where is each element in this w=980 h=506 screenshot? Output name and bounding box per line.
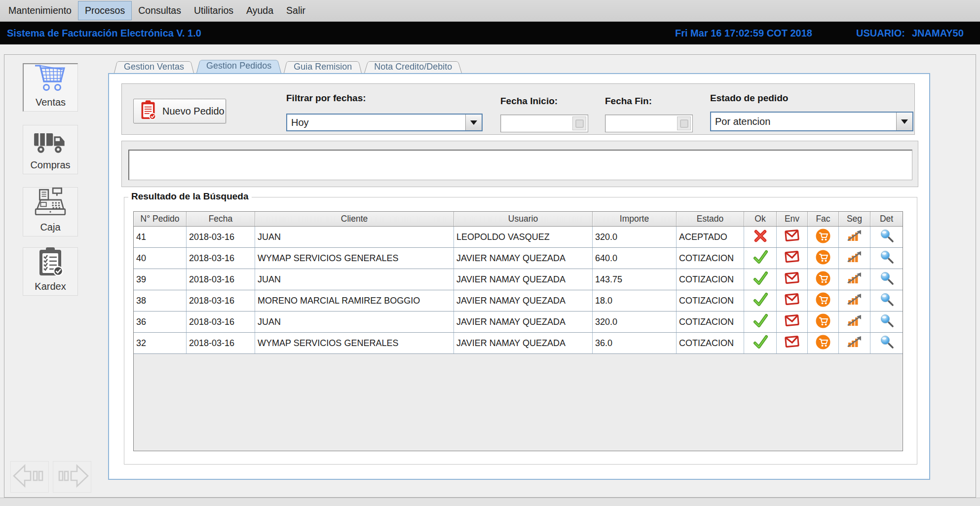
cart-icon[interactable] [815, 292, 831, 310]
sidebar-item-kardex[interactable]: Kardex [23, 247, 78, 296]
fecha-inicio-field[interactable] [500, 115, 588, 132]
mail-icon[interactable] [784, 335, 800, 352]
sidebar-item-caja[interactable]: Caja [23, 187, 78, 236]
cell-seg [839, 227, 870, 247]
chevron-down-icon[interactable] [896, 113, 912, 130]
title-bar: Sistema de Facturación Electrónica V. 1.… [0, 22, 980, 44]
menu-item-salir[interactable]: Salir [280, 1, 312, 20]
table-row[interactable]: 39 2018-03-16 JUAN JAVIER NAMAY QUEZADA … [134, 269, 903, 290]
table-row[interactable]: 40 2018-03-16 WYMAP SERVICIOS GENERALES … [134, 248, 903, 269]
estado-pedido-select[interactable]: Por atencion [710, 112, 913, 131]
menu-item-procesos[interactable]: Procesos [78, 1, 132, 20]
results-groupbox: Resultado de la Búsqueda N° PedidoFechaC… [124, 197, 917, 465]
nav-forward-icon [54, 463, 90, 491]
column-header-10[interactable]: Det [870, 212, 903, 226]
cart-icon[interactable] [815, 313, 831, 331]
magnifier-icon[interactable] [879, 292, 894, 310]
tabbed-pane: Gestion Ventas Gestion Pedidos Guia Remi… [108, 59, 930, 481]
stats-icon[interactable] [847, 272, 863, 288]
nav-forward-button[interactable] [53, 461, 91, 493]
ok-check-icon [753, 271, 768, 288]
cell-pedido: 36 [134, 311, 187, 332]
magnifier-icon[interactable] [879, 335, 894, 352]
mail-icon[interactable] [784, 292, 800, 310]
message-panel [121, 141, 918, 187]
nav-back-button[interactable] [10, 461, 49, 493]
cell-ok [744, 248, 777, 269]
mail-icon[interactable] [784, 229, 800, 246]
column-header-1[interactable]: Fecha [187, 212, 255, 226]
menu-item-mantenimiento[interactable]: Mantenimiento [2, 1, 78, 20]
date-filter-label: Filtrar por fechas: [286, 93, 366, 104]
cart-icon[interactable] [815, 228, 831, 246]
fecha-fin-field[interactable] [605, 115, 693, 132]
mail-icon[interactable] [784, 271, 800, 288]
calendar-picker-icon[interactable] [677, 117, 691, 130]
cell-cliente: WYMAP SERVICIOS GENERALES [255, 333, 454, 353]
stats-icon[interactable] [847, 229, 863, 245]
column-header-9[interactable]: Seg [839, 212, 870, 226]
column-header-6[interactable]: Ok [744, 212, 777, 226]
tab-gestion-ventas[interactable]: Gestion Ventas [114, 60, 194, 73]
menu-item-ayuda[interactable]: Ayuda [240, 1, 280, 20]
cell-fac [808, 333, 839, 353]
tab-nota-credito-debito[interactable]: Nota Credito/Debito [364, 60, 462, 73]
cart-icon[interactable] [815, 249, 831, 268]
column-header-0[interactable]: N° Pedido [134, 212, 187, 226]
cell-env [777, 269, 808, 290]
column-header-7[interactable]: Env [777, 212, 808, 226]
menu-item-consultas[interactable]: Consultas [132, 1, 188, 20]
table-row[interactable]: 38 2018-03-16 MORENO MARCIAL RAMIREZ BOG… [134, 290, 903, 311]
cell-env [777, 227, 808, 247]
cash-register-icon [34, 187, 67, 220]
column-header-3[interactable]: Usuario [454, 212, 593, 226]
mail-icon[interactable] [784, 313, 800, 331]
table-row[interactable]: 41 2018-03-16 JUAN LEOPOLDO VASQUEZ 320.… [134, 227, 903, 248]
shopping-cart-icon [33, 62, 69, 95]
cell-env [777, 333, 808, 353]
magnifier-icon[interactable] [879, 229, 894, 246]
cart-icon[interactable] [815, 271, 831, 289]
cart-icon[interactable] [815, 334, 831, 352]
stats-icon[interactable] [847, 335, 863, 351]
stats-icon[interactable] [847, 293, 863, 309]
magnifier-icon[interactable] [879, 313, 894, 331]
cell-estado: COTIZACION [677, 248, 744, 269]
cell-fecha: 2018-03-16 [187, 333, 255, 353]
cell-det [870, 333, 903, 353]
table-row[interactable]: 32 2018-03-16 WYMAP SERVICIOS GENERALES … [134, 333, 903, 354]
tab-guia-remision[interactable]: Guia Remision [284, 60, 362, 73]
cell-ok [744, 290, 777, 311]
calendar-picker-icon[interactable] [572, 117, 586, 130]
cell-fac [808, 248, 839, 269]
table-row[interactable]: 36 2018-03-16 JUAN JAVIER NAMAY QUEZADA … [134, 311, 903, 333]
column-header-8[interactable]: Fac [808, 212, 839, 226]
sidebar-item-ventas[interactable]: Ventas [23, 63, 78, 112]
tab-gestion-pedidos[interactable]: Gestion Pedidos [196, 59, 281, 73]
stats-icon[interactable] [847, 250, 863, 267]
cell-seg [839, 248, 870, 269]
cell-importe: 320.0 [593, 311, 677, 332]
chevron-down-icon[interactable] [465, 115, 482, 130]
cell-cliente: MORENO MARCIAL RAMIREZ BOGGIO [255, 290, 454, 311]
date-filter-select[interactable]: Hoy [286, 114, 483, 131]
sidebar-item-label: Caja [40, 222, 60, 233]
magnifier-icon[interactable] [879, 250, 894, 267]
new-order-button[interactable]: Nuevo Pedido [133, 99, 226, 123]
cell-fac [808, 290, 839, 311]
cell-ok [744, 333, 777, 353]
column-header-2[interactable]: Cliente [255, 212, 454, 226]
stats-icon[interactable] [847, 314, 863, 330]
mail-icon[interactable] [784, 250, 800, 267]
column-header-4[interactable]: Importe [593, 212, 677, 226]
message-textbox[interactable] [128, 150, 912, 180]
table-header: N° PedidoFechaClienteUsuarioImporteEstad… [134, 212, 903, 227]
cell-usuario: JAVIER NAMAY QUEZADA [454, 290, 593, 311]
sidebar-item-compras[interactable]: Compras [23, 125, 78, 174]
cell-det [870, 227, 903, 247]
username-value: JNAMAY50 [912, 22, 964, 44]
cell-cliente: WYMAP SERVICIOS GENERALES [255, 248, 454, 269]
magnifier-icon[interactable] [879, 271, 894, 288]
menu-item-utilitarios[interactable]: Utilitarios [188, 1, 240, 20]
column-header-5[interactable]: Estado [677, 212, 744, 226]
